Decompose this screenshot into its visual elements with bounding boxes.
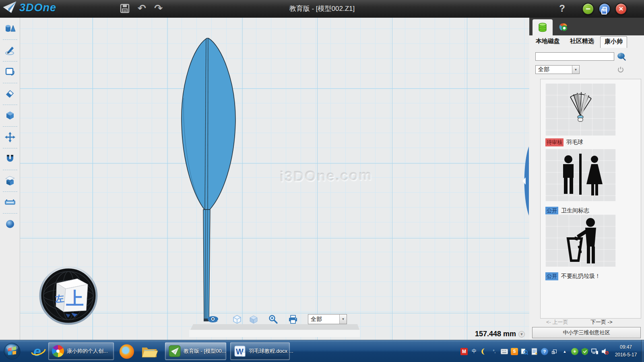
sphere-icon [4,219,16,229]
minimize-button[interactable]: − [582,3,594,15]
dropdown-arrow-icon[interactable]: ▼ [339,315,347,324]
taskbar-app-personal-space[interactable]: 康小帅的个人创... [48,342,114,360]
model-item-label: 公开 卫生间标志 [545,207,589,215]
tray-volume-muted-icon[interactable] [601,348,609,355]
category-filter-dropdown[interactable]: 全部 ▼ [535,65,580,74]
tool-magnet-assembly[interactable] [0,148,20,170]
taskbar-clock[interactable]: 09:47 2016-5-17 [610,343,642,359]
printer-icon [288,314,298,325]
taskbar-ie-icon[interactable]: e [30,343,47,360]
tool-section-bar[interactable] [0,191,20,213]
tool-feature-solid[interactable] [0,105,20,126]
category-filter-value: 全部 [536,66,572,73]
model-item-thumbnail[interactable] [545,83,616,136]
taskbar: e 康小帅的个人创... 教育版 [0,340,644,362]
tray-shield-icon[interactable] [581,348,588,355]
tray-show-hidden-icons[interactable]: ▲ [561,348,568,355]
tool-sketch-edit[interactable] [0,61,20,83]
print-button[interactable] [287,314,299,325]
move-arrows-icon [4,132,16,142]
tool-surface-edit[interactable] [0,170,20,191]
watermark: i3DOne.com [280,167,373,185]
tray-network-icon[interactable] [591,348,599,355]
panel-tab-strip [529,18,644,35]
measurement-dropdown-button[interactable]: ▼ [518,331,525,337]
tray-mathtype-icon[interactable]: M [460,348,468,355]
tool-material-sphere[interactable] [0,213,20,235]
undo-icon[interactable]: ↶ [138,2,146,14]
taskbar-explorer-icon[interactable] [141,343,158,360]
tray-sogou-icon[interactable]: S [511,348,518,355]
tray-restore-windows-icon[interactable] [551,348,558,355]
wireframe-cube-icon [232,314,242,325]
visibility-eye-button[interactable] [207,314,219,325]
model-item-thumbnail[interactable] [545,149,616,201]
eye-icon [207,315,219,323]
tray-help-icon[interactable]: ? [541,348,548,355]
model-item-title[interactable]: 羽毛球 [566,139,583,146]
tray-keyboard-icon[interactable] [501,348,508,355]
wireframe-view-button[interactable] [231,314,243,325]
model-item-title[interactable]: 不要乱扔垃圾！ [561,273,601,280]
tab-local-disk[interactable]: 本地磁盘 [536,37,560,45]
modeling-canvas[interactable]: i3DOne.com 上 左 [20,18,529,340]
prev-page-button[interactable]: <- 上一页 [546,319,568,326]
taskbar-firefox-icon[interactable] [118,343,135,360]
taskbar-app-3done[interactable]: 教育版 - [模型00... [165,342,226,360]
svg-text:e: e [33,343,41,359]
show-desktop-button[interactable] [641,340,644,362]
close-button[interactable]: × [615,3,627,15]
library-panel: 本地磁盘 社区精选 康小帅 全部 ▼ [529,18,644,340]
help-button[interactable]: ? [559,3,565,14]
clock-date: 2016-5-17 [610,351,642,359]
tray-notes-icon[interactable] [531,348,538,355]
search-globe-icon[interactable] [617,51,626,61]
tab-community[interactable] [553,19,574,35]
community-site-button[interactable]: 中小学三维创意社区 [532,327,641,338]
search-input[interactable] [535,52,614,61]
zoom-settings-button[interactable] [267,314,279,325]
ground-platform-top [190,324,359,330]
model-item-thumbnail[interactable] [545,214,616,267]
dropdown-arrow-icon[interactable]: ▼ [572,66,579,74]
restroom-sign-thumbnail [545,149,616,201]
tray-ime-tools-icon[interactable]: °, [491,348,498,355]
next-page-button[interactable]: 下一页 -> [590,319,613,326]
redo-icon[interactable]: ↷ [154,2,163,14]
tray-search-doc-icon[interactable] [521,348,528,355]
shaded-view-button[interactable] [248,314,260,325]
restore-icon [603,7,607,11]
tool-move[interactable] [0,126,20,148]
tab-community-featured[interactable]: 社区精选 [570,37,594,45]
logout-power-icon[interactable] [617,66,624,73]
display-filter-dropdown[interactable]: 全部 ▼ [308,314,347,324]
firefox-icon [120,344,134,359]
system-tray: M 中 °, S ? [460,340,609,362]
feather-shaft[interactable] [203,210,210,320]
tray-ime-indicator[interactable]: 中 [471,348,478,355]
eraser-icon [4,88,16,99]
tool-sketch-draw[interactable] [0,39,20,61]
tool-eraser[interactable] [0,83,20,105]
model-item-label: 公开 不要乱扔垃圾！ [545,272,601,280]
view-cube[interactable]: 上 左 [39,266,98,325]
tray-moon-icon[interactable] [481,348,488,355]
status-badge: 公开 [545,207,558,215]
tab-user[interactable]: 康小帅 [600,36,627,48]
ground-platform-front [189,330,360,337]
measurement-value: 157.448 mm [475,330,516,338]
tool-primitive-solids[interactable] [0,18,20,39]
taskbar-app-word[interactable]: W 羽毛球教程.docx ... [230,342,290,360]
section-bar-icon [4,197,16,208]
model-item-title[interactable]: 卫生间标志 [561,207,589,214]
restore-button[interactable] [599,3,611,15]
tray-360-safe-icon[interactable]: + [571,348,578,355]
tab-local-library[interactable] [533,19,553,35]
save-icon[interactable] [120,4,130,13]
view-cube-left-label: 左 [54,293,64,304]
display-filter-value: 全部 [308,316,339,323]
start-button[interactable] [3,342,21,360]
feather-blade[interactable] [182,38,235,210]
panel-collapse-handle[interactable] [520,146,529,216]
left-toolbar [0,18,20,340]
